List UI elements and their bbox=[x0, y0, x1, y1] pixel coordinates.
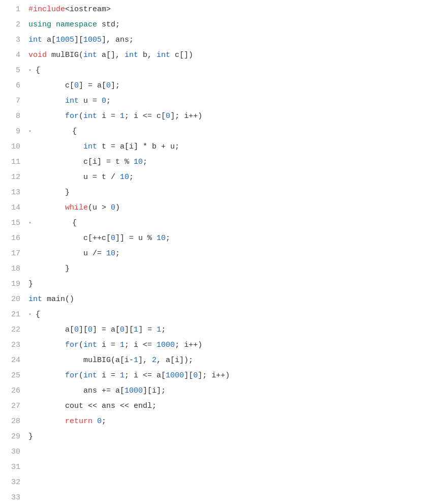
code-token: 0 bbox=[97, 414, 102, 429]
line-number: 13 bbox=[4, 185, 20, 200]
line-number: 32 bbox=[4, 475, 20, 490]
code-token: 10 bbox=[157, 231, 166, 246]
code-token: ], ans; bbox=[102, 33, 134, 48]
code-line: } bbox=[28, 261, 437, 277]
code-token: 10 bbox=[106, 246, 115, 261]
code-token: 1000 bbox=[166, 368, 184, 383]
code-token: #include bbox=[28, 2, 65, 17]
line-number: 16 bbox=[4, 231, 20, 246]
code-line: ▾ { bbox=[28, 307, 437, 322]
code-token: } bbox=[28, 429, 33, 444]
code-token: i = bbox=[97, 368, 120, 383]
code-token: u = bbox=[79, 94, 102, 109]
code-line: int main() bbox=[28, 292, 437, 307]
line-number: 31 bbox=[4, 460, 20, 475]
code-token: ][ bbox=[184, 368, 193, 383]
code-line: } bbox=[28, 185, 437, 200]
code-line: u /= 10; bbox=[28, 246, 437, 261]
code-token: ; i <= bbox=[124, 338, 157, 353]
code-editor: 1234567891011121314151617181920212223242… bbox=[0, 0, 437, 504]
code-line: u = t / 10; bbox=[28, 170, 437, 185]
line-number: 26 bbox=[4, 383, 20, 399]
code-token: std; bbox=[97, 17, 120, 33]
code-token: 0 bbox=[74, 322, 79, 338]
code-token: int bbox=[28, 33, 42, 48]
code-token: ; bbox=[143, 155, 147, 170]
code-token: , a[i]); bbox=[157, 353, 193, 368]
code-line: for(int i = 1; i <= c[0]; i++) bbox=[28, 109, 437, 124]
fold-arrow-icon[interactable]: ▾ bbox=[28, 124, 35, 139]
code-token: cout << ans << endl; bbox=[28, 399, 157, 414]
code-line: } bbox=[28, 429, 437, 444]
line-number: 23 bbox=[4, 338, 20, 353]
line-number: 1 bbox=[4, 2, 20, 17]
fold-arrow-icon[interactable]: ▾ bbox=[28, 307, 35, 322]
code-token: ]; bbox=[111, 78, 120, 94]
line-number: 8 bbox=[4, 109, 20, 124]
code-line: ▾ { bbox=[28, 63, 437, 78]
code-token: 1 bbox=[157, 322, 161, 338]
code-token: namespace bbox=[56, 17, 97, 33]
code-token: int bbox=[83, 338, 97, 353]
code-token: c[++c[ bbox=[28, 231, 111, 246]
code-token: 1000 bbox=[157, 338, 175, 353]
code-line: int t = a[i] * b + u; bbox=[28, 139, 437, 155]
line-number: 14 bbox=[4, 200, 20, 216]
code-token: ] = bbox=[138, 322, 157, 338]
code-token: ans += a[ bbox=[28, 383, 124, 399]
code-token: ; i <= a[ bbox=[124, 368, 166, 383]
code-token: ][ bbox=[74, 33, 83, 48]
code-line: c[0] = a[0]; bbox=[28, 78, 437, 94]
code-token: u = t / bbox=[28, 170, 120, 185]
code-token: { bbox=[36, 63, 40, 78]
code-token: mulBIG( bbox=[47, 48, 83, 63]
code-token: ]] = u % bbox=[115, 231, 157, 246]
code-token: ][i]; bbox=[143, 383, 166, 399]
code-line: ans += a[1000][i]; bbox=[28, 383, 437, 399]
code-line: a[0][0] = a[0][1] = 1; bbox=[28, 322, 437, 338]
code-token: u /= bbox=[28, 246, 106, 261]
code-token: for bbox=[65, 338, 79, 353]
code-token: 1005 bbox=[56, 33, 74, 48]
code-token: 1005 bbox=[83, 33, 102, 48]
code-token: c[]) bbox=[170, 48, 193, 63]
code-token: ]; i++) bbox=[170, 109, 202, 124]
line-number: 20 bbox=[4, 292, 20, 307]
line-number: 2 bbox=[4, 17, 20, 33]
code-token: a[ bbox=[42, 33, 56, 48]
code-token: t = a[i] * b + u; bbox=[97, 139, 179, 155]
code-token bbox=[28, 414, 65, 429]
code-token bbox=[51, 17, 56, 33]
code-token: main() bbox=[42, 292, 74, 307]
code-token: b, bbox=[138, 48, 157, 63]
line-number: 29 bbox=[4, 429, 20, 444]
fold-arrow-icon[interactable]: ▾ bbox=[28, 63, 35, 78]
code-line: void mulBIG(int a[], int b, int c[]) bbox=[28, 48, 437, 63]
line-number-gutter: 1234567891011121314151617181920212223242… bbox=[0, 2, 24, 504]
code-token: 0 bbox=[102, 94, 106, 109]
code-line: ▾ { bbox=[28, 216, 437, 231]
line-number: 9 bbox=[4, 124, 20, 139]
code-token: 10 bbox=[120, 170, 129, 185]
code-token: int bbox=[83, 48, 97, 63]
code-line: #include<iostream> bbox=[28, 2, 437, 17]
code-token bbox=[28, 139, 83, 155]
line-number: 24 bbox=[4, 353, 20, 368]
code-token: ( bbox=[79, 109, 83, 124]
code-token: } bbox=[28, 185, 70, 200]
code-token bbox=[28, 109, 65, 124]
code-token: void bbox=[28, 48, 47, 63]
code-line: return 0; bbox=[28, 414, 437, 429]
fold-arrow-icon[interactable]: ▾ bbox=[28, 216, 35, 231]
code-token: int bbox=[83, 368, 97, 383]
code-token: ][ bbox=[124, 322, 134, 338]
code-token: int bbox=[28, 292, 42, 307]
code-token: 0 bbox=[106, 78, 111, 94]
code-line: mulBIG(a[i-1], 2, a[i]); bbox=[28, 353, 437, 368]
line-number: 33 bbox=[4, 490, 20, 504]
code-token bbox=[28, 368, 65, 383]
code-line: using namespace std; bbox=[28, 17, 437, 33]
line-number: 25 bbox=[4, 368, 20, 383]
code-token: (u > bbox=[88, 200, 111, 216]
code-token: 2 bbox=[152, 353, 157, 368]
